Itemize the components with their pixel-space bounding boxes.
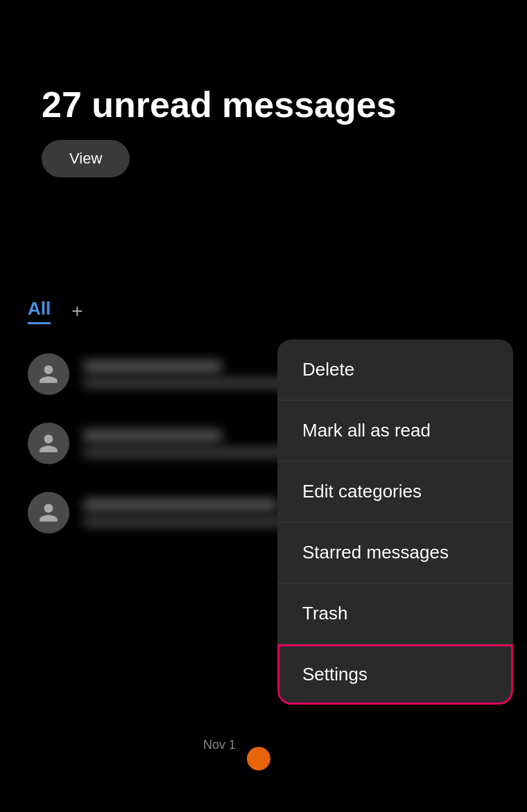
tab-all[interactable]: All [28,298,51,324]
message-preview-blurred [83,517,291,527]
menu-item-edit-categories[interactable]: Edit categories [277,461,513,522]
message-preview-blurred [83,378,291,388]
avatar [28,492,69,533]
tabs-area: All + [28,298,83,324]
message-name-blurred [83,360,222,373]
person-icon [37,502,60,524]
date-label: Nov 1 [203,738,236,752]
menu-item-delete[interactable]: Delete [277,339,513,400]
unread-label: unread messages [92,85,396,125]
view-button[interactable]: View [42,140,130,177]
menu-item-starred-messages[interactable]: Starred messages [277,522,513,583]
message-preview-blurred [83,448,291,457]
unread-count: 27 [42,85,82,125]
avatar [28,423,69,464]
menu-item-settings[interactable]: Settings [277,644,513,705]
unread-messages-title: 27 unread messages [42,83,397,126]
notification-badge [247,747,270,770]
avatar [28,353,69,395]
menu-item-mark-all-read[interactable]: Mark all as read [277,400,513,461]
person-icon [37,432,60,454]
message-name-blurred [83,499,277,511]
header-area: 27 unread messages View [0,83,527,177]
add-tab-button[interactable]: + [71,300,83,322]
menu-item-trash[interactable]: Trash [277,583,513,644]
message-name-blurred [83,430,222,442]
person-icon [37,363,60,385]
dropdown-menu: Delete Mark all as read Edit categories … [277,339,513,705]
